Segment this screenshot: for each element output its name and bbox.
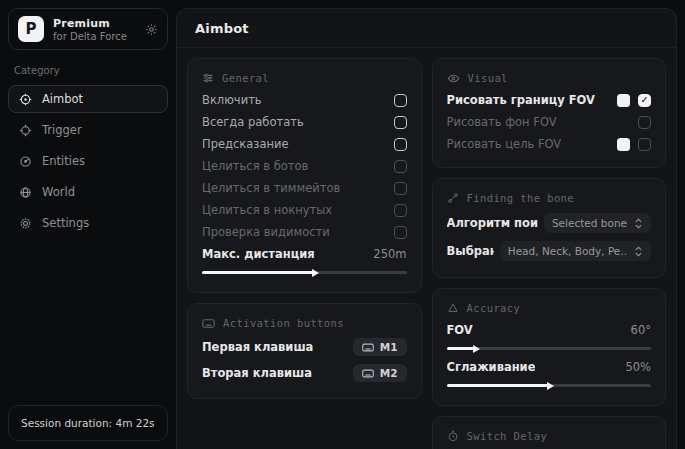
- setting-label: Алгоритм поиска костей: [447, 216, 538, 230]
- checkbox-aim-teammates[interactable]: [394, 182, 407, 195]
- chevron-up-down-icon: [634, 246, 643, 257]
- setting-row-fov: FOV 60°: [447, 319, 652, 341]
- checkbox-enable[interactable]: [394, 94, 407, 107]
- sidebar-item-label: Settings: [42, 216, 89, 230]
- row-controls: [638, 116, 651, 129]
- finding-bone-panel: Finding the bone Алгоритм поиска костей …: [432, 178, 667, 278]
- setting-row-enable: Включить: [202, 89, 407, 111]
- checkbox-draw-fov-border[interactable]: [638, 94, 651, 107]
- setting-row-visibility-check: Проверка видимости: [202, 221, 407, 243]
- smoothing-slider[interactable]: [447, 380, 652, 390]
- sidebar-item-label: Entities: [42, 154, 85, 168]
- slider-thumb[interactable]: [312, 269, 319, 277]
- setting-row-prediction: Предсказание: [202, 133, 407, 155]
- row-controls: [617, 94, 651, 107]
- chevron-up-down-icon: [634, 218, 643, 229]
- keyboard-icon: [362, 369, 374, 378]
- app-logo: P: [18, 16, 44, 42]
- checkbox-aim-knocked[interactable]: [394, 204, 407, 217]
- selected-bones-select[interactable]: Head, Neck, Body, Pe..: [500, 241, 651, 261]
- bone-panel-header: Finding the bone: [447, 183, 652, 209]
- color-swatch[interactable]: [617, 94, 630, 107]
- activation-buttons-panel: Activation buttons Первая клавиша M1 Вто…: [187, 303, 422, 399]
- checkbox-draw-fov-target[interactable]: [638, 138, 651, 151]
- eye-icon: [447, 73, 460, 84]
- setting-row-aim-teammates: Целиться в тиммейтов: [202, 177, 407, 199]
- content-columns: General Включить Всегда работать Предска…: [177, 48, 676, 449]
- general-panel-header: General: [202, 63, 407, 89]
- gear-icon[interactable]: [145, 23, 158, 36]
- session-duration-text: Session duration: 4m 22s: [21, 417, 155, 429]
- page-header: Aimbot: [177, 9, 676, 48]
- setting-label: Выбранные кости: [447, 244, 494, 258]
- slider-fill: [202, 271, 314, 274]
- sidebar-item-label: Aimbot: [42, 92, 83, 106]
- left-column: General Включить Всегда работать Предска…: [187, 58, 422, 399]
- setting-label: Включить: [202, 93, 262, 107]
- sidebar-item-entities[interactable]: Entities: [8, 147, 168, 175]
- session-duration-box: Session duration: 4m 22s: [8, 405, 168, 441]
- setting-label: Сглаживание: [447, 360, 536, 374]
- target-icon: [19, 93, 32, 106]
- visual-panel-header: Visual: [447, 63, 652, 89]
- setting-label: Вторая клавиша: [202, 366, 312, 380]
- row-controls: [617, 138, 651, 151]
- keybind-button-first[interactable]: M1: [353, 338, 407, 356]
- setting-label: Макс. дистанция: [202, 247, 315, 261]
- checkbox-aim-bots[interactable]: [394, 160, 407, 173]
- setting-value: 250m: [373, 247, 406, 261]
- sidebar-item-world[interactable]: World: [8, 178, 168, 206]
- main-panel: Aimbot General Включить Всегда работат: [176, 8, 677, 449]
- setting-row-draw-fov-background: Рисовать фон FOV: [447, 111, 652, 133]
- panel-title: Finding the bone: [467, 192, 575, 204]
- slider-fill: [447, 347, 476, 350]
- setting-label: Рисовать границу FOV: [447, 93, 595, 107]
- setting-row-aim-bots: Целиться в ботов: [202, 155, 407, 177]
- globe-icon: [19, 186, 32, 199]
- right-column: Visual Рисовать границу FOV Рисовать фон…: [432, 58, 667, 449]
- brand-subtitle: for Delta Force: [53, 31, 127, 42]
- brand-text: Premium for Delta Force: [53, 17, 127, 42]
- color-swatch[interactable]: [617, 138, 630, 151]
- sidebar-item-label: Trigger: [42, 123, 82, 137]
- triangle-icon: [447, 302, 459, 314]
- sidebar-item-aimbot[interactable]: Aimbot: [8, 85, 168, 113]
- selected-option: Selected bone: [552, 217, 627, 229]
- brand-title: Premium: [53, 17, 127, 30]
- setting-row-max-distance: Макс. дистанция 250m: [202, 243, 407, 265]
- panel-title: Activation buttons: [223, 317, 344, 329]
- sidebar-item-trigger[interactable]: Trigger: [8, 116, 168, 144]
- fov-slider[interactable]: [447, 343, 652, 353]
- setting-row-always-work: Всегда работать: [202, 111, 407, 133]
- setting-row-draw-fov-target: Рисовать цель FOV: [447, 133, 652, 155]
- setting-row-draw-fov-border: Рисовать границу FOV: [447, 89, 652, 111]
- sidebar-item-settings[interactable]: Settings: [8, 209, 168, 237]
- panel-title: Accuracy: [467, 302, 521, 314]
- checkbox-draw-fov-background[interactable]: [638, 116, 651, 129]
- setting-label: Целиться в нокнутых: [202, 203, 332, 217]
- keybind-button-second[interactable]: M2: [353, 364, 407, 382]
- sidebar: P Premium for Delta Force Category Aimbo…: [0, 0, 176, 449]
- setting-label: Предсказание: [202, 137, 289, 151]
- setting-label: Проверка видимости: [202, 225, 330, 239]
- setting-label: Целиться в ботов: [202, 159, 308, 173]
- app-window: P Premium for Delta Force Category Aimbo…: [0, 0, 685, 449]
- slider-fill: [447, 384, 549, 387]
- setting-label: Всегда работать: [202, 115, 304, 129]
- sidebar-nav: Aimbot Trigger Entities World Settings: [8, 85, 168, 240]
- brand-card: P Premium for Delta Force: [8, 8, 168, 50]
- setting-row-smoothing: Сглаживание 50%: [447, 356, 652, 378]
- sidebar-item-label: World: [42, 185, 75, 199]
- checkbox-prediction[interactable]: [394, 138, 407, 151]
- max-distance-slider[interactable]: [202, 267, 407, 277]
- visual-panel: Visual Рисовать границу FOV Рисовать фон…: [432, 58, 667, 168]
- setting-label: Рисовать цель FOV: [447, 137, 562, 151]
- bone-icon: [447, 192, 459, 204]
- bone-algorithm-select[interactable]: Selected bone: [544, 213, 651, 233]
- slider-thumb[interactable]: [547, 382, 554, 390]
- panel-title: General: [222, 72, 269, 84]
- checkbox-always-work[interactable]: [394, 116, 407, 129]
- checkbox-visibility-check[interactable]: [394, 226, 407, 239]
- stopwatch-icon: [447, 430, 459, 442]
- slider-thumb[interactable]: [473, 345, 480, 353]
